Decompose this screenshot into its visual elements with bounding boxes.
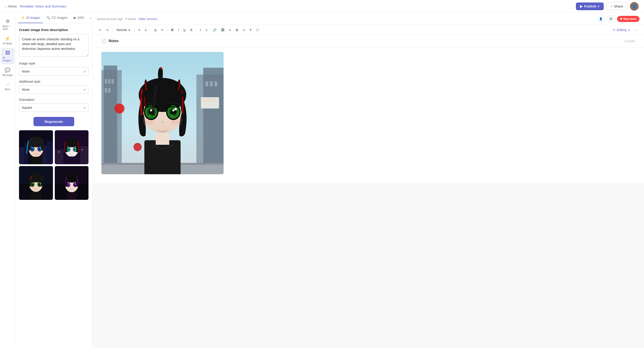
tab-ai-images[interactable]: ⚡ AI images [18, 13, 43, 23]
svg-rect-71 [112, 79, 114, 84]
text-style-label: Normal [116, 28, 127, 32]
prompt-wrapper: Create an anime character standing on a … [19, 34, 88, 58]
more-icon: ··· [6, 82, 10, 87]
prompt-textarea[interactable]: Create an anime character standing on a … [19, 34, 88, 57]
new-item-button[interactable]: New Item [617, 16, 640, 22]
anime-character-image[interactable] [101, 52, 224, 174]
thumbnail-4[interactable] [55, 166, 89, 200]
create-image-section: Create image from description Create an … [19, 28, 88, 58]
image-chevron-button[interactable]: ∨ [227, 27, 233, 33]
highlight-button[interactable]: ✏ [159, 27, 166, 33]
toolbar-separator-5 [196, 28, 196, 32]
svg-rect-35 [67, 156, 76, 164]
underline-button[interactable]: U [182, 27, 188, 33]
undo-icon: ↩ [99, 28, 101, 32]
tab-gifs[interactable]: ▶ GIFs [71, 13, 87, 23]
svg-rect-70 [108, 79, 110, 84]
publish-icon: ▶ [580, 4, 583, 8]
doc-title-area: 📄 Notes [101, 39, 118, 44]
align-icon: ≡ [138, 28, 140, 32]
more-options-button[interactable]: ··· [633, 27, 640, 33]
sidebar-item-more[interactable]: ··· More [1, 80, 14, 93]
left-panel: ⚡ AI images 🔍 CC images ▶ GIFs ‹ Create … [16, 13, 92, 348]
svg-rect-78 [214, 81, 217, 86]
bold-button[interactable]: B [170, 27, 175, 33]
tab-cc-images[interactable]: 🔍 CC images [44, 13, 70, 23]
thumbnail-3[interactable] [19, 166, 53, 200]
numbered-list-button[interactable]: 1. [204, 27, 210, 33]
collapse-panel-button[interactable]: ‹ [88, 14, 92, 22]
svg-point-64 [75, 184, 76, 185]
undo-button[interactable]: ↩ [97, 27, 103, 33]
svg-point-34 [75, 148, 76, 149]
home-button[interactable]: ‹ Home [6, 4, 17, 8]
main-layout: ⚙ Brief + SEO ⚡ AI Writer 🖼 AI Images 💬 … [0, 13, 644, 348]
formatting-toolbar: ↩ ↪ Normal ∨ ≡ ∨ A ✏ B I U S • 1. 🔗 🖼 ∨ … [92, 25, 644, 35]
thumbnails-grid [19, 130, 88, 200]
thumbnail-1[interactable] [19, 130, 53, 164]
gifs-tab-label: GIFs [78, 16, 84, 20]
font-color-button[interactable]: A [152, 27, 158, 33]
image-style-select[interactable]: None Anime Oil Painting Watercolor Sketc… [19, 67, 88, 76]
insert-image-button[interactable]: 🖼 [219, 27, 226, 33]
image-icon-button[interactable]: 🖼 [607, 15, 615, 23]
editing-mode-button[interactable]: ✏ Editing ∨ [610, 27, 632, 33]
cc-images-tab-label: CC images [52, 16, 67, 20]
clear-format-icon: T̶ [250, 28, 252, 32]
orientation-select-wrapper: Square Landscape Portrait ∨ [19, 103, 88, 112]
ai-images-tab-icon: ⚡ [21, 16, 25, 20]
align-button[interactable]: ≡ [136, 27, 142, 33]
text-style-button[interactable]: Normal ∨ [114, 27, 132, 33]
nav-right: ▶ Publish ∨ ↑ Share 👤 [576, 2, 638, 11]
orientation-select[interactable]: Square Landscape Portrait [19, 103, 88, 112]
link-button[interactable]: 🔗 [211, 27, 218, 33]
svg-point-30 [68, 148, 70, 149]
sidebar-item-ai-images[interactable]: 🖼 AI Images [1, 48, 14, 64]
svg-point-110 [171, 120, 179, 124]
insert-image-icon: 🖼 [221, 28, 224, 32]
word-count-display: 0 words [125, 17, 136, 21]
table-button[interactable]: ⊞ [234, 27, 240, 33]
svg-point-104 [172, 109, 174, 111]
italic-icon: I [178, 28, 179, 32]
share-button[interactable]: ↑ Share [606, 2, 627, 10]
table-chevron-button[interactable]: ∨ [241, 27, 247, 33]
table-icon: ⊞ [236, 28, 238, 32]
ai-images-tab-label: AI images [26, 16, 40, 20]
user-icon-button[interactable]: 👤 [597, 15, 605, 23]
clear-format-button[interactable]: T̶ [248, 27, 254, 33]
editor-area: Saved seconds ago 0 words Older versions… [92, 13, 644, 348]
cc-images-tab-icon: 🔍 [46, 16, 50, 20]
sidebar-item-brief-seo[interactable]: ⚙ Brief + SEO [1, 16, 14, 33]
older-versions-link[interactable]: Older versions [138, 17, 158, 21]
font-color-icon: A [154, 28, 156, 32]
thumbnail-2[interactable] [55, 130, 89, 164]
orientation-field: Orientation Square Landscape Portrait ∨ [19, 98, 88, 112]
publish-button[interactable]: ▶ Publish ∨ [576, 3, 604, 10]
bullet-list-button[interactable]: • [198, 27, 203, 33]
additional-style-select[interactable]: None Dark Light Vintage Futuristic [19, 85, 88, 94]
align-chevron-button[interactable]: ∨ [143, 27, 149, 33]
sidebar-item-label: More [5, 88, 10, 91]
additional-style-field: Additional style None Dark Light Vintage… [19, 80, 88, 94]
image-chevron-icon: ∨ [229, 28, 231, 32]
svg-rect-65 [66, 192, 77, 200]
document-content[interactable] [92, 47, 644, 183]
sidebar-item-message[interactable]: 💬 Message [1, 65, 14, 79]
sidebar-item-ai-writer[interactable]: ⚡ AI Writer [1, 34, 14, 47]
italic-button[interactable]: I [176, 27, 181, 33]
user-avatar[interactable]: 👤 [630, 2, 638, 11]
orientation-label: Orientation [19, 98, 88, 101]
toolbar-right: 👤 🖼 New Item [597, 15, 640, 23]
sidebar-item-label: AI Images [3, 56, 13, 62]
message-icon: 💬 [5, 67, 10, 73]
redo-button[interactable]: ↪ [104, 27, 110, 33]
sidebar-item-label: Brief + SEO [3, 25, 13, 30]
checkbox-button[interactable]: ☐ [254, 27, 261, 33]
ai-images-icon: 🖼 [6, 50, 10, 56]
checkbox-icon: ☐ [256, 28, 259, 32]
regenerate-button[interactable]: Regenerate [34, 117, 74, 126]
new-item-label: New Item [624, 17, 636, 21]
template-name: Notes and Summary [35, 4, 66, 8]
strikethrough-button[interactable]: S [188, 27, 194, 33]
